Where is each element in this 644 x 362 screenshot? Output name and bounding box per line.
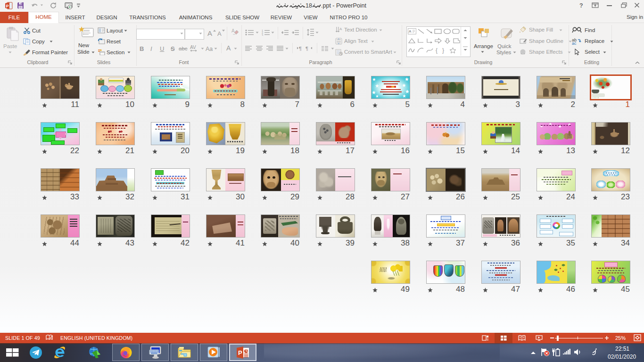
svg-text:P: P	[238, 349, 242, 356]
svg-text:¶: ¶	[305, 46, 308, 51]
svg-text:A: A	[339, 27, 342, 31]
svg-text:3: 3	[262, 34, 263, 36]
svg-text:P: P	[6, 4, 8, 8]
svg-text:{: {	[436, 47, 438, 54]
svg-text:}: }	[442, 47, 444, 54]
svg-text:ac: ac	[572, 41, 577, 45]
svg-text:AV: AV	[190, 45, 196, 50]
svg-text:A: A	[409, 29, 412, 33]
svg-text:¶: ¶	[299, 46, 302, 51]
